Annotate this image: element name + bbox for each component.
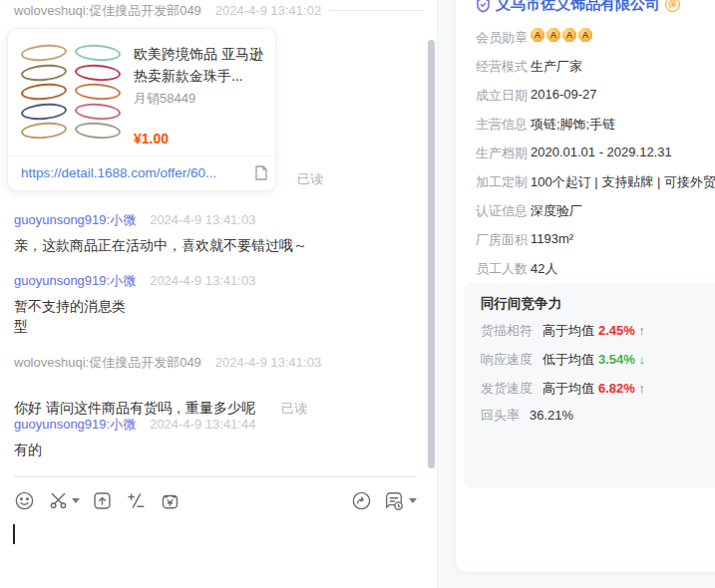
quote-icon[interactable] — [126, 490, 148, 512]
bracelet-thumbnail — [20, 102, 67, 122]
message-separator-line — [329, 10, 424, 11]
competition-value: 3.54% ↓ — [598, 352, 645, 367]
bracelet-thumbnail — [20, 121, 67, 141]
bracelet-thumbnail — [74, 43, 121, 62]
bracelet-thumbnail — [74, 122, 121, 141]
member-badge-icon: A — [562, 28, 576, 42]
emoji-icon[interactable] — [14, 490, 36, 512]
info-label: 加工定制 — [476, 173, 528, 191]
competition-row: 货描相符高于均值2.45% ↑ — [481, 322, 645, 340]
message-header: woloveshuqi:促佳搜品开发部0492024-4-9 13:41:02 — [14, 2, 321, 20]
company-name[interactable]: 义乌市佐义饰品有限公司 — [496, 0, 660, 14]
message-timestamp: 2024-4-9 13:41:03 — [150, 212, 255, 227]
competition-card: 同行间竞争力 货描相符高于均值2.45% ↑ 响应速度低于均值3.54% ↓ 发… — [464, 283, 715, 487]
competition-value: 2.45% ↑ — [598, 323, 645, 338]
competition-row: 响应速度低于均值3.54% ↓ — [481, 351, 645, 369]
info-label: 认证信息 — [476, 202, 528, 220]
sender-name: woloveshuqi:促佳搜品开发部049 — [14, 355, 201, 370]
member-badge-icons: AAAA — [531, 28, 592, 42]
message-header: guoyunsong919:小微2024-4-9 13:41:03 — [14, 272, 255, 290]
competition-label: 回头率 — [481, 408, 520, 423]
message-text: 有的 — [14, 440, 42, 459]
company-header: 义乌市佐义饰品有限公司 保 — [476, 0, 680, 14]
info-label: 经营模式 — [476, 58, 528, 76]
bracelet-thumbnail — [20, 82, 67, 102]
chat-scrollbar[interactable] — [428, 40, 435, 468]
screenshot-dropdown-caret[interactable] — [72, 498, 80, 503]
competition-label: 货描相符 — [481, 323, 533, 338]
sender-name: guoyunsong919:小微 — [14, 212, 136, 227]
competition-prefix: 高于均值 — [542, 323, 594, 338]
message-timestamp: 2024-4-9 13:41:03 — [215, 355, 321, 370]
company-card: 义乌市佐义饰品有限公司 保 会员勋章 AAAA 经营模式生产厂家 成立日期201… — [455, 0, 715, 573]
competition-prefix: 高于均值 — [542, 381, 594, 396]
message-header: woloveshuqi:促佳搜品开发部0492024-4-9 13:41:03 — [14, 354, 321, 372]
sender-name: woloveshuqi:促佳搜品开发部049 — [14, 3, 201, 18]
product-price: ¥1.00 — [134, 131, 169, 147]
info-label: 员工人数 — [476, 260, 528, 278]
up-arrow-icon: ↑ — [639, 381, 646, 396]
competition-row: 回头率36.21% — [481, 407, 573, 425]
info-value: 2020.01.01 - 2029.12.31 — [531, 145, 672, 159]
bracelet-thumbnail — [20, 63, 67, 83]
input-divider — [14, 476, 417, 477]
info-value: 项链;脚饰;手链 — [531, 116, 615, 134]
message-text: 亲，这款商品正在活动中，喜欢就不要错过哦～ — [14, 235, 307, 255]
copy-link-icon[interactable] — [254, 165, 268, 181]
read-status: 已读 — [297, 170, 323, 188]
product-card[interactable]: 欧美跨境饰品 亚马逊热卖新款金珠手... 月销58449 ¥1.00 https… — [7, 28, 276, 191]
product-link[interactable]: https://detail.1688.com/offer/60... — [21, 165, 216, 180]
member-badge-icon: A — [531, 28, 544, 42]
member-badge-icon: A — [578, 28, 592, 42]
info-label: 生产档期 — [476, 145, 528, 162]
card-divider — [8, 155, 275, 156]
product-image — [19, 43, 125, 143]
payment-icon[interactable] — [160, 490, 181, 512]
competition-label: 发货速度 — [481, 381, 533, 396]
message-input[interactable] — [6, 518, 415, 584]
info-value: 1193m² — [531, 231, 573, 246]
info-value: 42人 — [531, 260, 557, 278]
info-label: 成立日期 — [476, 87, 528, 105]
product-monthly-sales: 月销58449 — [134, 90, 195, 108]
info-value: 深度验厂 — [531, 202, 582, 220]
info-value: 2016-09-27 — [531, 87, 597, 102]
message-text: 暂不支持的消息类 型 — [14, 296, 126, 336]
competition-label: 响应速度 — [481, 352, 533, 367]
message-header: guoyunsong919:小微2024-4-9 13:41:44 — [14, 416, 255, 434]
bracelet-thumbnail — [74, 63, 121, 82]
competition-value: 36.21% — [530, 408, 573, 423]
guarantee-seal-icon: 保 — [665, 0, 680, 12]
chat-history-icon[interactable] — [383, 490, 405, 512]
chat-panel: woloveshuqi:促佳搜品开发部0492024-4-9 13:41:02 … — [0, 0, 437, 588]
screenshot-scissors-icon[interactable] — [48, 490, 70, 512]
bracelet-thumbnail — [74, 83, 121, 102]
message-timestamp: 2024-4-9 13:41:03 — [150, 273, 255, 288]
info-label: 会员勋章 — [476, 29, 528, 47]
message-timestamp: 2024-4-9 13:41:02 — [215, 3, 321, 18]
competition-row: 发货速度高于均值6.82% ↑ — [481, 380, 645, 398]
message-text: 你好 请问这件商品有货吗，重量多少呢已读 — [14, 378, 307, 419]
image-upload-icon[interactable] — [92, 490, 114, 512]
read-status: 已读 — [281, 401, 307, 416]
info-label: 主营信息 — [476, 116, 528, 134]
member-badge-icon: A — [546, 28, 560, 42]
company-info-panel: 义乌市佐义饰品有限公司 保 会员勋章 AAAA 经营模式生产厂家 成立日期201… — [437, 0, 715, 588]
info-value: 生产厂家 — [531, 58, 582, 76]
up-arrow-icon: ↑ — [639, 323, 646, 338]
bracelet-thumbnail — [20, 43, 67, 63]
shield-icon — [476, 0, 491, 13]
competition-prefix: 低于均值 — [542, 352, 594, 367]
history-dropdown-caret[interactable] — [409, 498, 417, 503]
sender-name: guoyunsong919:小微 — [14, 273, 136, 288]
chat-window: woloveshuqi:促佳搜品开发部0492024-4-9 13:41:02 … — [0, 0, 715, 588]
product-title: 欧美跨境饰品 亚马逊热卖新款金珠手... — [134, 43, 269, 87]
competition-title: 同行间竞争力 — [481, 295, 561, 313]
message-timestamp: 2024-4-9 13:41:44 — [150, 417, 255, 432]
info-value: 100个起订 | 支持贴牌 | 可接外贸订单 — [531, 173, 715, 191]
message-header: guoyunsong919:小微2024-4-9 13:41:03 — [14, 211, 255, 229]
forward-icon[interactable] — [351, 490, 373, 512]
info-label: 厂房面积 — [476, 231, 528, 249]
sender-name: guoyunsong919:小微 — [14, 417, 136, 432]
bracelet-thumbnail — [74, 102, 121, 121]
